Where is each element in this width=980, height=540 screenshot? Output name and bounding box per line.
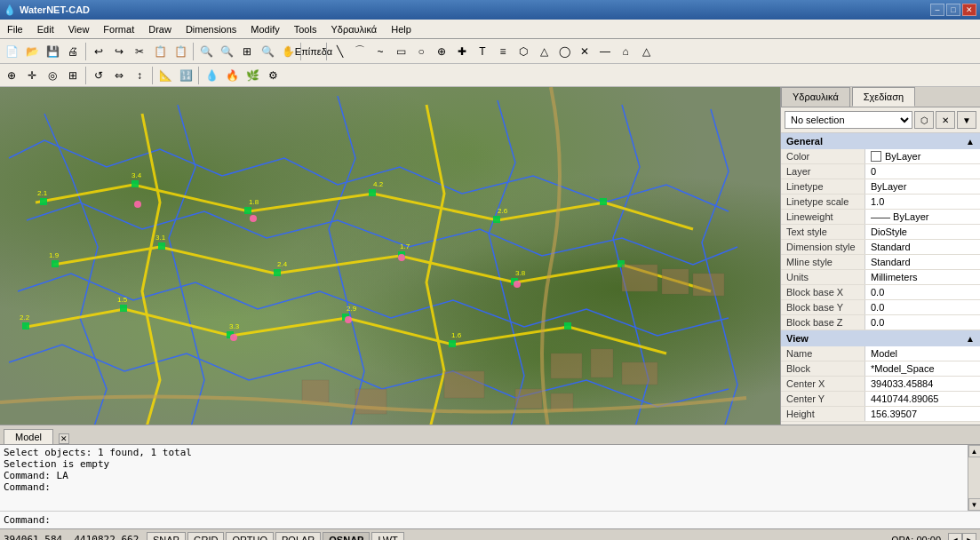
prop-linetype-value[interactable]: ByLayer [865,179,980,194]
layers-button[interactable]: Επίπεδα [304,42,323,61]
minimize-button[interactable]: – [930,4,944,16]
snap-button[interactable]: SNAP [147,532,186,541]
open-button[interactable]: 📂 [22,42,42,61]
menu-hydraulics[interactable]: Υδραυλικά [323,20,384,39]
shape4-button[interactable]: ✕ [575,42,594,61]
menu-modify[interactable]: Modify [243,20,286,39]
grid-button[interactable]: GRID [187,532,225,541]
prop-layer-value[interactable]: 0 [865,164,980,179]
prop-block-value[interactable]: *Model_Space [865,361,980,376]
command-input[interactable] [51,514,976,526]
paste-button[interactable]: 📋 [171,42,190,61]
prop-cx-value[interactable]: 394033.45884 [865,377,980,391]
menu-file[interactable]: File [0,20,30,39]
tab-close-button[interactable]: ✕ [59,433,69,444]
maximize-button[interactable]: □ [946,4,960,16]
time-label: ΩΡΑ: [891,535,913,541]
prop-ts-value[interactable]: DioStyle [865,225,980,239]
spline-button[interactable]: ~ [370,42,390,61]
zoom-out-button[interactable]: 🔍 [217,42,236,61]
point-button[interactable]: ⊕ [432,42,451,61]
line-button[interactable]: ╲ [330,42,349,61]
menu-format[interactable]: Format [96,20,141,39]
menu-draw[interactable]: Draw [141,20,179,39]
selection-filter-button[interactable]: ⬡ [914,111,934,129]
menu-dimensions[interactable]: Dimensions [179,20,243,39]
nav-prev-button[interactable]: ◄ [948,533,962,541]
prop-lw-value[interactable]: —— ByLayer [865,210,980,224]
scroll-up-button[interactable]: ▲ [968,445,981,457]
menu-tools[interactable]: Tools [287,20,324,39]
zoom-extents-button[interactable]: ⊞ [237,42,257,61]
prop-blockbasex: Block base X 0.0 [781,285,980,300]
selection-clear-button[interactable]: ✕ [936,111,955,129]
selection-dropdown[interactable]: No selection [785,111,912,129]
measure-btn[interactable]: 📐 [155,66,175,85]
prop-ds-value[interactable]: Standard [865,240,980,254]
lwt-button[interactable]: LWT [371,532,403,541]
cross-button[interactable]: ✚ [452,42,472,61]
menu-view[interactable]: View [61,20,97,39]
water-btn4[interactable]: ⚙ [263,66,283,85]
prop-h-value[interactable]: 156.39507 [865,407,980,421]
shape6-button[interactable]: ⌂ [616,42,635,61]
print-button[interactable]: 🖨 [63,42,83,61]
close-button[interactable]: ✕ [962,4,976,16]
redo-button[interactable]: ↪ [109,42,129,61]
tab-hydraulics[interactable]: Υδραυλικά [781,87,850,107]
prop-color-value[interactable]: ByLayer [865,149,980,163]
snap2-btn[interactable]: ✛ [22,66,42,85]
tab-design[interactable]: Σχεδίαση [852,87,915,107]
prop-view-name-label: Name [781,346,865,361]
osnap-button[interactable]: OSNAP [323,532,370,541]
prop-bby-value[interactable]: 0.0 [865,300,980,314]
scale-btn[interactable]: ↕ [130,66,149,85]
mirror-btn[interactable]: ⇔ [109,66,129,85]
selection-expand-button[interactable]: ▼ [957,111,976,129]
general-section-header[interactable]: General ▲ [781,133,980,149]
prop-cy-value[interactable]: 4410744.89065 [865,392,980,406]
copy-button[interactable]: 📋 [150,42,170,61]
menu-help[interactable]: Help [384,20,418,39]
prop-view-name-value[interactable]: Model [865,346,980,361]
water-btn2[interactable]: 🔥 [222,66,242,85]
snap4-btn[interactable]: ⊞ [63,66,83,85]
undo-button[interactable]: ↩ [89,42,108,61]
scroll-down-button[interactable]: ▼ [968,498,981,511]
rotate-btn[interactable]: ↺ [89,66,108,85]
command-scrollbar[interactable]: ▲ ▼ [968,445,980,511]
shape2-button[interactable]: △ [534,42,554,61]
prop-ltscale-value[interactable]: 1.0 [865,195,980,209]
prop-units-value[interactable]: Millimeters [865,270,980,284]
nav-next-button[interactable]: ► [962,533,976,541]
cut-button[interactable]: ✂ [130,42,149,61]
poly-button[interactable]: ⬡ [514,42,533,61]
arc-button[interactable]: ⌒ [350,42,370,61]
rect-button[interactable]: ▭ [391,42,410,61]
zoom-window-button[interactable]: 🔍 [258,42,277,61]
shape7-button[interactable]: △ [636,42,656,61]
text-button[interactable]: T [473,42,492,61]
circle-button[interactable]: ○ [411,42,431,61]
prop-bbz-value[interactable]: 0.0 [865,315,980,330]
view-section-header[interactable]: View ▲ [781,330,980,346]
model-tab[interactable]: Model [4,429,53,444]
zoom-in-button[interactable]: 🔍 [196,42,216,61]
prop-ms-value[interactable]: Standard [865,255,980,269]
ortho-button[interactable]: ORTHO [226,532,274,541]
shape3-button[interactable]: ◯ [554,42,574,61]
calc-btn[interactable]: 🔢 [176,66,195,85]
prop-bbx-value[interactable]: 0.0 [865,285,980,299]
new-button[interactable]: 📄 [2,42,21,61]
water-btn3[interactable]: 🌿 [243,66,262,85]
menu-edit[interactable]: Edit [30,20,61,39]
save-button[interactable]: 💾 [43,42,62,61]
svg-rect-16 [449,340,456,347]
shape5-button[interactable]: — [595,42,615,61]
water-btn1[interactable]: 💧 [202,66,221,85]
snap3-btn[interactable]: ◎ [43,66,62,85]
snap-btn[interactable]: ⊕ [2,66,21,85]
hatch-button[interactable]: ≡ [493,42,513,61]
polar-button[interactable]: POLAR [275,532,321,541]
drawing-canvas[interactable]: 2.1 3.4 1.8 4.2 2.6 1.9 3.1 2.4 1.7 3.8 … [0,87,780,425]
